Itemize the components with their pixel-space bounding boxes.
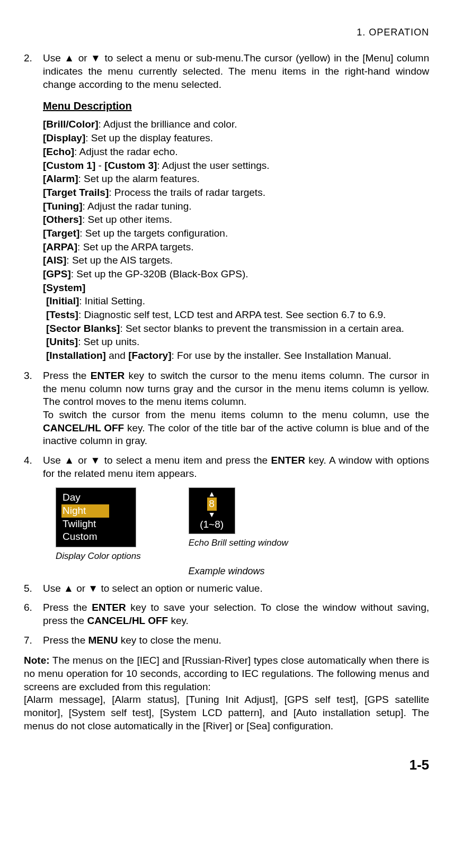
step-text: Use ▲ or ▼ to select an option or numeri… (43, 582, 429, 595)
t: Use (43, 455, 64, 466)
desc: : Set up the display features. (85, 132, 213, 143)
menu-subitem: [Initial]: Initial Setting. (46, 295, 429, 308)
label: [Units] (46, 336, 78, 347)
key-cancel: CANCEL/HL OFF (87, 615, 168, 626)
desc: : Set up the AIS targets. (66, 255, 173, 266)
echo-brill-figure: ▲ 8 ▼ (1~8) Echo Brill setting window (189, 487, 288, 548)
label: [Sector Blanks] (46, 323, 120, 334)
key-enter: ENTER (92, 602, 126, 613)
step-5: 5. Use ▲ or ▼ to select an option or num… (24, 582, 429, 595)
t: Press the (43, 635, 88, 646)
label: [System] (43, 282, 85, 293)
label: [Tests] (46, 309, 78, 320)
down-arrow-icon: ▼ (91, 455, 101, 466)
menu-item: [Echo]: Adjust the radar echo. (43, 146, 429, 159)
t: to select a menu or sub-menu.The cursor … (43, 52, 429, 89)
t: to select a menu item and press the (101, 455, 271, 466)
key-enter: ENTER (271, 455, 305, 466)
t: key. (168, 615, 189, 626)
note-block: Note: The menus on the [IEC] and [Russia… (24, 654, 429, 733)
note-text: The menus on the [IEC] and [Russian-Rive… (24, 655, 429, 692)
up-arrow-icon: ▲ (64, 455, 75, 466)
up-arrow-icon: ▲ (64, 583, 74, 594)
t: or (75, 455, 91, 466)
section-header: 1. OPERATION (24, 26, 429, 39)
step-text: Press the ENTER key to switch the cursor… (43, 369, 429, 448)
note-text: [Alarm message], [Alarm status], [Tuning… (24, 694, 429, 731)
step-text: Press the ENTER key to save your selecti… (43, 601, 429, 627)
menu-description-title: Menu Description (43, 99, 429, 113)
key-enter: ENTER (91, 370, 125, 381)
and: and (106, 350, 128, 361)
menu-item: [Display]: Set up the display features. (43, 132, 429, 145)
menu-description-list: [Brill/Color]: Adjust the brilliance and… (43, 118, 429, 362)
step-6: 6. Press the ENTER key to save your sele… (24, 601, 429, 627)
menu-item: [Alarm]: Set up the alarm features. (43, 173, 429, 186)
menu-item: [AIS]: Set up the AIS targets. (43, 254, 429, 267)
desc: : Adjust the user settings. (157, 160, 269, 171)
color-options-box: Day Night Twilight Custom (56, 487, 136, 547)
brill-value: 8 (207, 498, 217, 511)
label: [Others] (43, 214, 82, 225)
step-text: Press the MENU key to close the menu. (43, 634, 429, 647)
note-label: Note: (24, 655, 50, 666)
option-twilight: Twilight (61, 518, 130, 531)
menu-item: [GPS]: Set up the GP-320B (Black-Box GPS… (43, 268, 429, 281)
t: Press the (43, 602, 92, 613)
key-cancel: CANCEL/HL OFF (43, 422, 124, 433)
t: Use (43, 52, 64, 64)
menu-item: [System] (43, 282, 429, 295)
step-number: 2. (24, 52, 43, 363)
desc: : Set up the GP-320B (Black-Box GPS). (71, 268, 248, 279)
sep: - (95, 160, 104, 171)
down-arrow-icon: ▼ (189, 511, 235, 518)
option-night-selected: Night (61, 504, 109, 518)
label: [Custom 1] (43, 160, 95, 171)
menu-item: [Tuning]: Adjust the radar tuning. (43, 200, 429, 213)
label: [Brill/Color] (43, 119, 99, 130)
step-2: 2. Use ▲ or ▼ to select a menu or sub-me… (24, 52, 429, 363)
menu-item: [Target]: Set up the targets configurati… (43, 227, 429, 240)
t: To switch the cursor from the menu items… (43, 409, 429, 420)
step-number: 4. (24, 454, 43, 480)
page-number: 1-5 (24, 756, 429, 774)
label: [Display] (43, 132, 85, 143)
label: [Factory] (128, 350, 171, 361)
down-arrow-icon: ▼ (88, 583, 98, 594)
label: [Target] (43, 228, 79, 239)
step-text: Use ▲ or ▼ to select a menu item and pre… (43, 454, 429, 480)
menu-item: [Custom 1] - [Custom 3]: Adjust the user… (43, 159, 429, 173)
option-day: Day (61, 491, 130, 504)
menu-subitem: [Tests]: Diagnostic self test, LCD test … (46, 309, 429, 322)
menu-item: [Brill/Color]: Adjust the brilliance and… (43, 118, 429, 131)
display-color-options-figure: Day Night Twilight Custom Display Color … (56, 487, 141, 562)
label: [Echo] (43, 146, 74, 157)
label: [Installation] (46, 350, 106, 361)
label: [Tuning] (43, 201, 83, 212)
step-7: 7. Press the MENU key to close the menu. (24, 634, 429, 647)
brill-range: (1~8) (189, 518, 235, 531)
desc: : Adjust the radar tuning. (83, 201, 192, 212)
desc: : Adjust the radar echo. (74, 146, 177, 157)
key-menu: MENU (88, 635, 118, 646)
step-number: 7. (24, 634, 43, 647)
option-custom: Custom (61, 530, 130, 544)
up-arrow-icon: ▲ (64, 52, 75, 64)
step-number: 5. (24, 582, 43, 595)
figure-caption: Display Color options (56, 550, 141, 562)
up-arrow-icon: ▲ (189, 490, 235, 498)
desc: : Set up the ARPA targets. (77, 241, 193, 252)
label: [Alarm] (43, 173, 78, 184)
desc: : Set up other items. (82, 214, 172, 225)
label: [GPS] (43, 268, 71, 279)
t: to select an option or numeric value. (98, 583, 263, 594)
figure-caption: Echo Brill setting window (189, 537, 288, 549)
menu-subitem: [Installation] and [Factory]: For use by… (46, 349, 429, 363)
desc: : Set up the targets configuration. (79, 228, 228, 239)
brill-box: ▲ 8 ▼ (1~8) (189, 487, 235, 534)
menu-item: [Target Trails]: Process the trails of r… (43, 186, 429, 200)
desc: : Set up units. (78, 336, 139, 347)
step-4: 4. Use ▲ or ▼ to select a menu item and … (24, 454, 429, 480)
menu-item: [ARPA]: Set up the ARPA targets. (43, 241, 429, 254)
label: [ARPA] (43, 241, 77, 252)
